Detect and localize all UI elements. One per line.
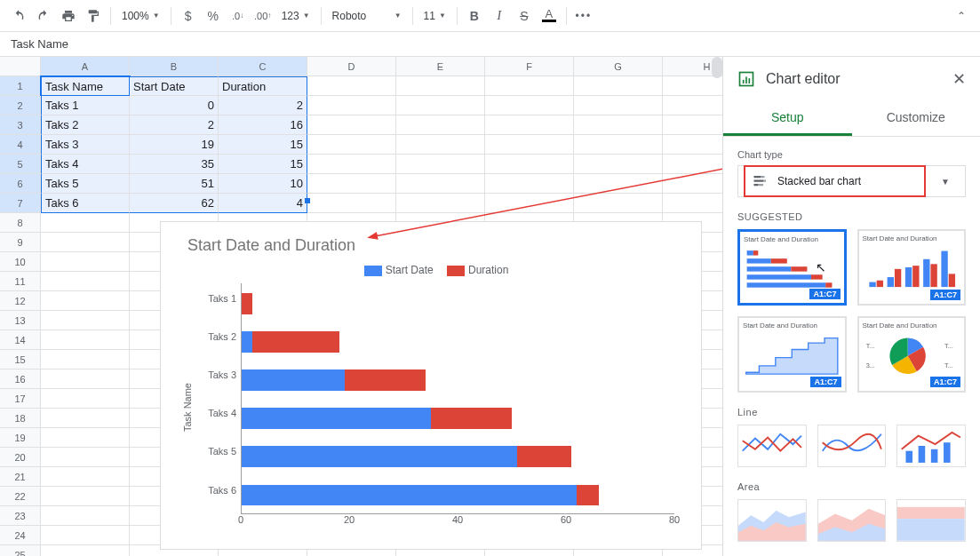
cell[interactable]: [485, 96, 574, 115]
cell[interactable]: 15: [219, 155, 307, 174]
cell[interactable]: [41, 409, 130, 428]
area-chart-option-3[interactable]: [896, 499, 966, 542]
cell[interactable]: [307, 135, 396, 155]
row-header[interactable]: 13: [0, 311, 41, 330]
row-header[interactable]: 23: [0, 506, 41, 526]
cell[interactable]: [574, 76, 663, 96]
cell[interactable]: [41, 272, 130, 291]
cell[interactable]: [396, 155, 485, 174]
row-header[interactable]: 18: [0, 409, 41, 428]
cell[interactable]: [396, 115, 485, 135]
cell[interactable]: Taks 2: [41, 115, 130, 135]
cell[interactable]: [41, 506, 130, 526]
cell[interactable]: [663, 76, 722, 96]
row-header[interactable]: 6: [0, 174, 41, 194]
cell[interactable]: [663, 135, 722, 155]
cell[interactable]: [485, 76, 574, 96]
row-header[interactable]: 4: [0, 135, 41, 155]
cell[interactable]: Taks 1: [41, 96, 130, 115]
cell[interactable]: [574, 155, 663, 174]
cell[interactable]: 10: [219, 174, 307, 194]
cell[interactable]: 0: [130, 96, 219, 115]
suggested-chart-4[interactable]: Start Date and Duration T... 3... T... T…: [857, 316, 967, 393]
cell[interactable]: 62: [130, 194, 219, 213]
cell[interactable]: [396, 76, 485, 96]
row-header[interactable]: 3: [0, 115, 41, 135]
line-chart-option-2[interactable]: [817, 425, 887, 467]
increase-decimal-button[interactable]: .00↑: [251, 4, 275, 28]
area-chart-option-2[interactable]: [817, 499, 887, 542]
close-panel-button[interactable]: ✕: [952, 69, 966, 89]
cell[interactable]: 2: [130, 115, 219, 135]
cell[interactable]: [307, 194, 396, 213]
text-color-button[interactable]: A: [538, 4, 561, 28]
cell[interactable]: [41, 330, 130, 350]
column-header[interactable]: B: [130, 57, 219, 76]
cell[interactable]: [41, 448, 130, 467]
number-format-dropdown[interactable]: 123▼: [276, 4, 315, 28]
row-header[interactable]: 8: [0, 213, 41, 233]
cell[interactable]: [307, 155, 396, 174]
cell[interactable]: [41, 428, 130, 448]
line-chart-option-1[interactable]: [737, 425, 807, 467]
cell[interactable]: [485, 115, 574, 135]
percent-button[interactable]: %: [202, 4, 225, 28]
row-header[interactable]: 7: [0, 194, 41, 213]
cell[interactable]: Start Date: [130, 76, 219, 96]
cell[interactable]: [41, 350, 130, 369]
print-button[interactable]: [57, 4, 80, 28]
cell[interactable]: [396, 174, 485, 194]
chart-type-dropdown[interactable]: Stacked bar chart ▼: [737, 165, 966, 197]
cell[interactable]: [41, 526, 130, 545]
column-header[interactable]: A: [41, 57, 130, 76]
bold-button[interactable]: B: [463, 4, 486, 28]
cell[interactable]: [663, 115, 722, 135]
collapse-toolbar-button[interactable]: ⌃: [950, 4, 973, 28]
cell[interactable]: [663, 96, 722, 115]
cell[interactable]: [41, 467, 130, 487]
undo-button[interactable]: [7, 4, 30, 28]
row-header[interactable]: 5: [0, 155, 41, 174]
redo-button[interactable]: [32, 4, 55, 28]
cell[interactable]: [485, 174, 574, 194]
font-dropdown[interactable]: Roboto▼: [327, 4, 407, 28]
row-header[interactable]: 22: [0, 487, 41, 506]
cell[interactable]: 15: [219, 135, 307, 155]
cell[interactable]: 51: [130, 174, 219, 194]
cell[interactable]: [574, 96, 663, 115]
cell[interactable]: [663, 174, 722, 194]
column-header[interactable]: D: [307, 57, 396, 76]
row-header[interactable]: 16: [0, 369, 41, 389]
formula-bar[interactable]: Task Name: [0, 32, 980, 57]
cell[interactable]: [574, 174, 663, 194]
italic-button[interactable]: I: [488, 4, 511, 28]
cell[interactable]: [41, 233, 130, 252]
font-size-dropdown[interactable]: 11▼: [418, 4, 451, 28]
cell[interactable]: 4: [219, 194, 307, 213]
cell[interactable]: 35: [130, 155, 219, 174]
cell[interactable]: [663, 194, 722, 213]
vertical-scrollbar[interactable]: [712, 57, 722, 78]
row-header[interactable]: 20: [0, 448, 41, 467]
zoom-dropdown[interactable]: 100%▼: [116, 4, 165, 28]
cell[interactable]: [396, 135, 485, 155]
row-header[interactable]: 1: [0, 76, 41, 96]
cell[interactable]: [396, 96, 485, 115]
cell[interactable]: [41, 487, 130, 506]
area-chart-option-1[interactable]: [737, 499, 807, 542]
row-header[interactable]: 21: [0, 467, 41, 487]
row-header[interactable]: 15: [0, 350, 41, 369]
cell[interactable]: Taks 3: [41, 135, 130, 155]
decrease-decimal-button[interactable]: .0↓: [227, 4, 250, 28]
strike-button[interactable]: S: [513, 4, 536, 28]
row-header[interactable]: 25: [0, 545, 41, 556]
row-header[interactable]: 10: [0, 252, 41, 272]
cell[interactable]: [41, 213, 130, 233]
cell[interactable]: [307, 115, 396, 135]
cell[interactable]: [663, 155, 722, 174]
embedded-chart[interactable]: Start Date and Duration Start Date Durat…: [160, 221, 702, 550]
row-header[interactable]: 14: [0, 330, 41, 350]
cell[interactable]: Taks 5: [41, 174, 130, 194]
cell[interactable]: [41, 545, 130, 556]
row-header[interactable]: 17: [0, 389, 41, 409]
